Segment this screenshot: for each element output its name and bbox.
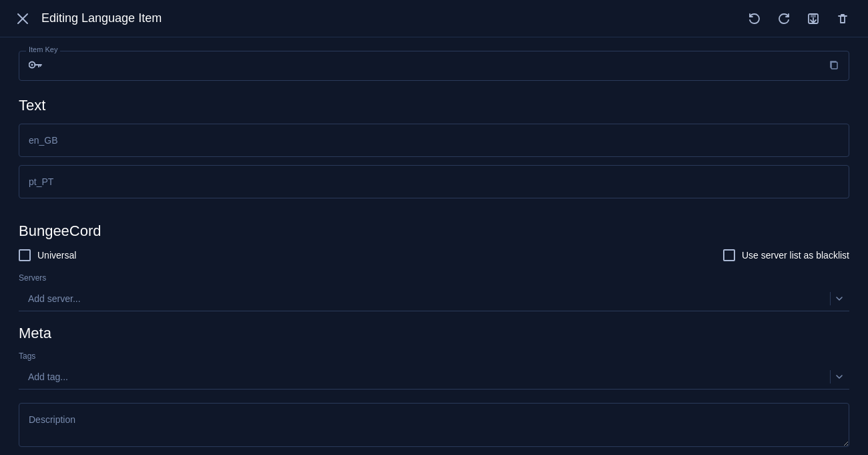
meta-section-title: Meta [19, 325, 849, 342]
dropdown-divider [830, 292, 831, 305]
redo-button[interactable] [772, 7, 796, 31]
app-container: Editing Language Item [0, 0, 868, 455]
tag-dropdown-divider [830, 370, 831, 384]
undo-button[interactable] [742, 7, 767, 31]
copy-icon[interactable] [829, 59, 839, 72]
svg-point-6 [31, 63, 33, 65]
universal-checkbox[interactable] [19, 249, 31, 261]
key-icon [29, 60, 42, 72]
close-button[interactable] [13, 9, 32, 28]
description-field[interactable] [19, 403, 849, 447]
pt-pt-input[interactable] [19, 165, 849, 198]
item-key-label: Item Key [26, 45, 60, 53]
blacklist-checkbox-group[interactable]: Use server list as blacklist [723, 249, 849, 261]
add-server-input[interactable] [19, 287, 827, 311]
servers-section: Servers [19, 273, 849, 311]
blacklist-checkbox[interactable] [723, 249, 735, 261]
server-dropdown-icons [827, 292, 849, 305]
tags-section: Tags [19, 351, 849, 390]
servers-label: Servers [19, 273, 849, 283]
save-button[interactable] [801, 7, 825, 31]
tags-label: Tags [19, 351, 849, 361]
add-server-wrapper [19, 287, 849, 311]
add-tag-input[interactable] [19, 365, 827, 389]
title-left: Editing Language Item [13, 9, 162, 28]
delete-button[interactable] [831, 7, 855, 31]
universal-label: Universal [37, 250, 76, 261]
title-bar: Editing Language Item [0, 0, 868, 37]
main-content: Item Key [0, 37, 868, 455]
meta-section: Meta Tags [19, 325, 849, 450]
item-key-field[interactable]: Item Key [19, 51, 849, 81]
page-title: Editing Language Item [41, 11, 162, 25]
bungeecord-section: BungeeCord Universal Use server list as … [19, 222, 849, 311]
bungeecord-section-title: BungeeCord [19, 222, 849, 240]
tag-chevron-down-icon [835, 372, 844, 382]
add-tag-wrapper [19, 365, 849, 390]
chevron-down-icon [835, 294, 844, 303]
item-key-section: Item Key [19, 51, 849, 81]
svg-rect-3 [811, 14, 816, 17]
title-actions [742, 7, 855, 31]
universal-checkbox-group[interactable]: Universal [19, 249, 76, 261]
text-section-title: Text [19, 97, 849, 114]
tag-dropdown-icons [827, 370, 849, 384]
text-section: Text [19, 97, 849, 206]
bungeecord-options: Universal Use server list as blacklist [19, 249, 849, 261]
en-gb-input[interactable] [19, 124, 849, 157]
svg-rect-10 [831, 62, 837, 69]
blacklist-label: Use server list as blacklist [742, 250, 849, 261]
